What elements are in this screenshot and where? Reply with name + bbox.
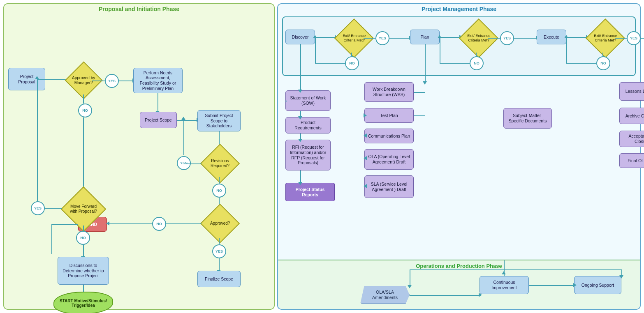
rfi-box: RFI (Request for Information) and/or RFP…	[285, 140, 331, 170]
arrow-no-e-left	[566, 63, 596, 64]
arrow-no-p-up	[440, 37, 440, 63]
product-req-box: Product Requirements	[285, 117, 331, 133]
sow-box: Statement of Work (SOW)	[285, 90, 331, 111]
arrowhead-to-rfi	[298, 139, 302, 142]
ola-draft-box: OLA (Operating Level Agreement) Draft	[364, 149, 414, 170]
arrow-ongoing-top	[410, 269, 621, 270]
discover-box: Discover	[285, 30, 315, 44]
plan-box: Plan	[410, 30, 440, 44]
finalize-scope-box: Finalize Scope	[197, 271, 241, 287]
arrow-ola-up	[410, 269, 410, 286]
arrowhead-plan-to-wbs	[423, 81, 427, 85]
arrow-discover-to-exit1	[315, 37, 336, 38]
continuous-improvement-box: Continuous Improvement	[480, 276, 529, 294]
approved-label: Approved?	[209, 220, 231, 227]
arrow-no2-to-discussions	[83, 245, 84, 257]
ongoing-support-box: Ongoing Support	[574, 276, 621, 294]
subject-matter-box: Subject-Matter- Specific Documents	[503, 108, 552, 129]
arrow-no-d-up	[315, 37, 316, 63]
approved-manager-label: Approved by Manager?	[71, 74, 96, 86]
project-scope-box: Project Scope	[140, 112, 177, 128]
no-p-circle: NO	[470, 56, 484, 70]
arrow-no-e-up	[566, 37, 567, 63]
revisions-label: Revisions Required?	[207, 158, 233, 169]
submit-scope-box: Submit Project Scope to Stakeholders	[197, 110, 241, 131]
execute-box: Execute	[537, 30, 566, 44]
arrow-revisions-to-no3	[219, 177, 220, 184]
arrowhead-ola-to-continuous	[479, 293, 482, 297]
arrow-perform-to-scope	[158, 93, 158, 112]
arrow-end-left	[51, 224, 78, 225]
arrow-end-down	[51, 224, 52, 254]
arrow-move-yes	[45, 208, 62, 209]
left-panel-title: Proposal and Initiation Phase	[6, 6, 272, 12]
main-container: Proposal and Initiation Phase Project Pr…	[0, 0, 644, 313]
arrowhead-ola-up	[408, 285, 412, 288]
yes-e-circle: YES	[627, 31, 641, 45]
arrow-yes2-left	[184, 163, 202, 164]
yes3-circle: YES	[212, 244, 226, 258]
arrow-plan-to-docs	[425, 44, 426, 82]
no-d-circle: NO	[345, 56, 359, 70]
arrowhead-to-comm-plan	[364, 133, 367, 138]
arrow-continuous-to-ongoing	[529, 285, 574, 286]
revisions-diamond: Revisions Required?	[202, 149, 239, 178]
arrow-exit3-to-yes-e	[615, 38, 627, 39]
arrow-plan-to-exit2	[440, 37, 460, 38]
arrowhead-to-sla-draft	[364, 184, 367, 188]
arrow-manager-to-yes1	[92, 81, 105, 81]
arrow-yes4-to-proposal	[37, 79, 49, 80]
arrow-yes-d-to-plan	[389, 38, 410, 39]
arrow-manager-down	[83, 94, 84, 104]
arrow-no1-down	[83, 117, 84, 193]
arrow-yes-p-to-execute	[514, 38, 537, 39]
arrow-yes-e-to-close	[641, 38, 644, 39]
arrow-approved-no	[166, 223, 202, 224]
arrow-no-p-left	[440, 63, 470, 64]
wbs-box: Work Breakdown Structure (WBS)	[364, 82, 414, 102]
yes-p-circle: YES	[500, 31, 514, 45]
project-status-box: Project Status Reports	[285, 183, 335, 201]
archive-box: Archive Checklist	[619, 108, 644, 124]
yes-d-circle: YES	[375, 31, 389, 45]
move-forward-label: Move Forward with Proposal?	[68, 203, 99, 215]
arrow-no4-to-end	[107, 223, 152, 224]
arrow-sow-connector	[285, 101, 287, 101]
arrowhead-to-test-plan	[364, 113, 367, 117]
no2-circle: NO	[76, 231, 90, 245]
arrowhead-yes2-up	[181, 117, 185, 120]
approved-diamond: Approved?	[202, 209, 239, 238]
ola-sla-amendments-box: OLA/SLA Amendments	[360, 286, 410, 304]
arrowhead-to-ola-draft	[364, 156, 367, 160]
start-blob: START Motive/Stimulus/ Trigger/Idea	[53, 292, 113, 313]
sla-draft-box: SLA (Service Level Agreement ) Draft	[364, 175, 414, 198]
arrowhead-to-ongoing	[573, 283, 577, 287]
no-e-circle: NO	[596, 56, 610, 70]
arrowhead-to-end	[106, 221, 109, 226]
arrow-to-test-plan	[414, 115, 425, 116]
top-flow-container	[282, 16, 636, 76]
right-panel-title: Project Management Phase	[280, 6, 638, 12]
arrow-revisions-yes-to-scope	[177, 120, 181, 121]
arrowhead-continuous-up	[502, 271, 506, 274]
arrow-yes1-to-perform	[119, 81, 133, 81]
arrow-discover-to-sow	[300, 44, 301, 90]
arrowhead-no-p-up	[438, 35, 442, 38]
acceptance-box: Acceptance & Closure	[619, 131, 644, 147]
arrow-exit1-down	[351, 53, 352, 56]
move-forward-diamond: Move Forward with Proposal?	[62, 193, 105, 226]
arrow-exit2-to-yes-p	[488, 38, 500, 39]
arrow-execute-to-exit3	[566, 37, 587, 38]
arrow-plan-to-wbs	[414, 92, 425, 93]
ops-panel: Operations and Production Phase OLA/SLA …	[278, 260, 640, 309]
arrow-exit1-to-yes-d	[364, 38, 375, 39]
no4-circle: NO	[152, 217, 166, 231]
arrow-move-no	[83, 226, 84, 231]
arrow-exit2-down	[476, 53, 477, 56]
arrowhead-to-status	[298, 182, 302, 185]
arrow-exit3-down	[602, 53, 603, 56]
perform-needs-box: Perform Needs Assessment, Feasibility St…	[133, 68, 183, 93]
arrow-ola-to-continuous	[410, 295, 480, 296]
lessons-learned-box: Lessons Learned	[619, 82, 644, 101]
yes4-circle: YES	[31, 201, 45, 215]
